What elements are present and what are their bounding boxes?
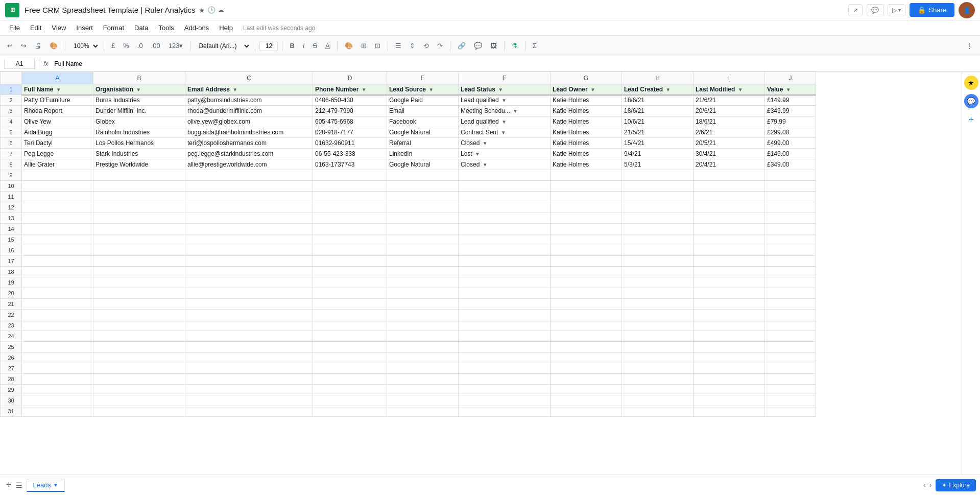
cell-29-4[interactable]: [387, 385, 459, 395]
cell-30-3[interactable]: [313, 395, 387, 406]
cell-3-8[interactable]: 20/6/21: [694, 106, 765, 116]
wrap-button[interactable]: ⟲: [420, 40, 432, 52]
cell-31-1[interactable]: [93, 406, 185, 417]
cell-5-2[interactable]: bugg.aida@rainholmindustries.com: [185, 127, 313, 138]
cell-29-1[interactable]: [93, 385, 185, 395]
cell-26-2[interactable]: [185, 352, 313, 363]
cell-15-8[interactable]: [694, 234, 765, 245]
history-icon[interactable]: 🕒: [207, 6, 216, 14]
table-row[interactable]: 2Patty O'FurnitureBurns Industriespatty@…: [1, 95, 816, 106]
cell-11-4[interactable]: [387, 192, 459, 202]
cell-12-5[interactable]: [459, 202, 551, 213]
cell-22-4[interactable]: [387, 310, 459, 320]
cell-6-3[interactable]: 01632-960911: [313, 138, 387, 149]
cell-19-8[interactable]: [694, 277, 765, 288]
row-num-10[interactable]: 10: [1, 181, 22, 192]
cell-25-6[interactable]: [551, 342, 622, 352]
cell-22-9[interactable]: [765, 310, 816, 320]
cell-28-3[interactable]: [313, 374, 387, 385]
cell-28-5[interactable]: [459, 374, 551, 385]
cell-reference-input[interactable]: [4, 59, 35, 69]
cell-19-4[interactable]: [387, 277, 459, 288]
filter-icon-col-5[interactable]: ▼: [498, 87, 503, 92]
cell-9-1[interactable]: [93, 170, 185, 181]
row-num-21[interactable]: 21: [1, 299, 22, 310]
cell-20-5[interactable]: [459, 288, 551, 299]
align-v-button[interactable]: ⇕: [407, 40, 418, 52]
cell-24-6[interactable]: [551, 331, 622, 342]
cell-6-0[interactable]: Teri Dactyl: [22, 138, 93, 149]
cell-12-6[interactable]: [551, 202, 622, 213]
cell-8-2[interactable]: allie@prestigeworldwide.com: [185, 159, 313, 170]
cell-25-9[interactable]: [765, 342, 816, 352]
cell-25-2[interactable]: [185, 342, 313, 352]
status-dropdown-4[interactable]: ▼: [501, 119, 507, 125]
cell-17-7[interactable]: [622, 256, 694, 267]
cell-10-5[interactable]: [459, 181, 551, 192]
cell-18-7[interactable]: [622, 267, 694, 277]
cell-23-8[interactable]: [694, 320, 765, 331]
fill-color-button[interactable]: 🎨: [342, 40, 356, 52]
cell-10-1[interactable]: [93, 181, 185, 192]
row-num-19[interactable]: 19: [1, 277, 22, 288]
borders-button[interactable]: ⊞: [358, 40, 370, 52]
cell-14-3[interactable]: [313, 224, 387, 234]
cell-3-4[interactable]: Email: [387, 106, 459, 116]
star-icon[interactable]: ★: [199, 6, 205, 14]
cell-3-9[interactable]: £349.99: [765, 106, 816, 116]
cell-19-3[interactable]: [313, 277, 387, 288]
cell-24-2[interactable]: [185, 331, 313, 342]
cell-8-6[interactable]: Katie Holmes: [551, 159, 622, 170]
cell-23-1[interactable]: [93, 320, 185, 331]
cell-26-5[interactable]: [459, 352, 551, 363]
keep-icon-button[interactable]: ★: [964, 76, 978, 90]
toolbar-expand-button[interactable]: ⋮: [963, 40, 976, 52]
cell-5-1[interactable]: Rainholm Industries: [93, 127, 185, 138]
cell-4-9[interactable]: £79.99: [765, 116, 816, 127]
cell-5-7[interactable]: 21/5/21: [622, 127, 694, 138]
cell-9-7[interactable]: [622, 170, 694, 181]
cell-6-6[interactable]: Katie Holmes: [551, 138, 622, 149]
cell-3-6[interactable]: Katie Holmes: [551, 106, 622, 116]
filter-icon-col-4[interactable]: ▼: [428, 87, 434, 92]
cell-1-0[interactable]: Full Name ▼: [22, 84, 93, 95]
cell-23-4[interactable]: [387, 320, 459, 331]
col-header-f[interactable]: F: [459, 72, 551, 84]
row-num-2[interactable]: 2: [1, 95, 22, 106]
sheet-tab-leads[interactable]: Leads ▼: [27, 479, 65, 492]
row-num-4[interactable]: 4: [1, 116, 22, 127]
cell-10-6[interactable]: [551, 181, 622, 192]
cell-21-3[interactable]: [313, 299, 387, 310]
cell-21-8[interactable]: [694, 299, 765, 310]
cell-15-7[interactable]: [622, 234, 694, 245]
row-num-18[interactable]: 18: [1, 267, 22, 277]
row-num-15[interactable]: 15: [1, 234, 22, 245]
status-dropdown-6[interactable]: ▼: [483, 140, 488, 146]
table-row[interactable]: 8Allie GraterPrestige Worldwideallie@pre…: [1, 159, 816, 170]
cell-8-5[interactable]: Closed ▼: [459, 159, 551, 170]
cell-19-6[interactable]: [551, 277, 622, 288]
cell-15-0[interactable]: [22, 234, 93, 245]
cell-24-3[interactable]: [313, 331, 387, 342]
cell-6-7[interactable]: 15/4/21: [622, 138, 694, 149]
cell-13-2[interactable]: [185, 213, 313, 224]
cell-14-8[interactable]: [694, 224, 765, 234]
cell-19-9[interactable]: [765, 277, 816, 288]
undo-button[interactable]: ↩: [4, 40, 16, 52]
row-num-6[interactable]: 6: [1, 138, 22, 149]
merge-button[interactable]: ⊡: [372, 40, 384, 52]
formula-input[interactable]: [52, 59, 976, 68]
cell-19-2[interactable]: [185, 277, 313, 288]
cell-18-6[interactable]: [551, 267, 622, 277]
cell-9-0[interactable]: [22, 170, 93, 181]
cell-4-0[interactable]: Olive Yew: [22, 116, 93, 127]
cell-4-5[interactable]: Lead qualified ▼: [459, 116, 551, 127]
align-h-button[interactable]: ☰: [392, 40, 404, 52]
cell-13-1[interactable]: [93, 213, 185, 224]
font-family-select[interactable]: Default (Ari...) Arial Times New Roman: [195, 41, 251, 51]
cell-19-7[interactable]: [622, 277, 694, 288]
cell-4-2[interactable]: olive.yew@globex.com: [185, 116, 313, 127]
cell-17-2[interactable]: [185, 256, 313, 267]
text-color-button[interactable]: A: [322, 40, 333, 52]
cell-26-0[interactable]: [22, 352, 93, 363]
